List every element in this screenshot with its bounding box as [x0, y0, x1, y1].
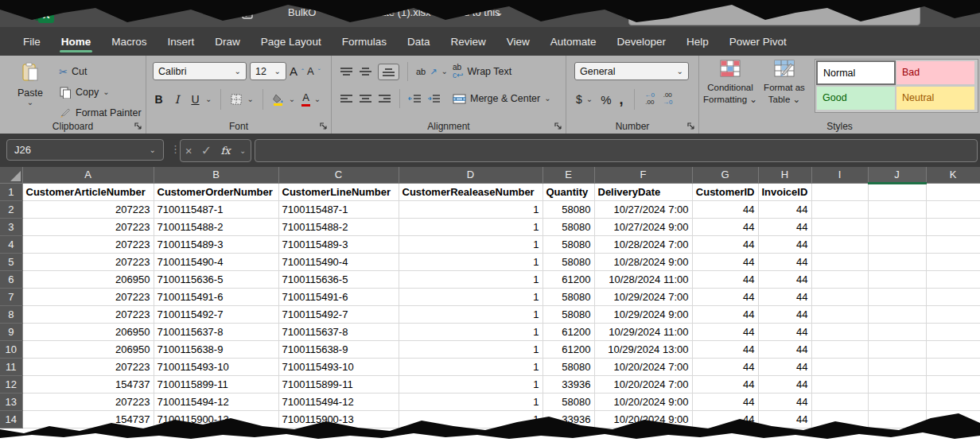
cell-B12[interactable]: 7100115899-11 — [154, 375, 278, 393]
cell-J5[interactable] — [868, 253, 926, 270]
cell-E5[interactable]: 58080 — [542, 253, 594, 270]
column-header-J[interactable]: J — [868, 167, 926, 183]
cell-E8[interactable]: 58080 — [542, 305, 594, 323]
cell-D8[interactable]: 1 — [399, 305, 542, 323]
cell-K4[interactable] — [926, 235, 980, 253]
borders-button[interactable]: ⌄ — [230, 93, 253, 106]
cell-J3[interactable] — [868, 218, 926, 235]
cell-I2[interactable] — [811, 200, 868, 218]
row-header-10[interactable]: 10 — [0, 340, 22, 358]
cell-B10[interactable]: 7100115638-9 — [154, 340, 278, 358]
cell-I1[interactable] — [811, 183, 868, 200]
cell-G5[interactable]: 44 — [692, 253, 758, 270]
column-header-A[interactable]: A — [22, 167, 154, 183]
cell-F5[interactable]: 10/28/2024 9:00 — [594, 253, 692, 270]
cell-A1[interactable]: CustomerArticleNumber — [22, 183, 154, 200]
paste-button[interactable]: Paste ⌄ — [10, 62, 51, 107]
cell-I14[interactable] — [811, 410, 868, 428]
cell-F7[interactable]: 10/29/2024 7:00 — [594, 288, 692, 305]
shrink-font-button[interactable]: Aˇ — [307, 65, 321, 77]
cell-H9[interactable]: 44 — [758, 323, 811, 340]
cell-K7[interactable] — [926, 288, 980, 305]
cell-C14[interactable]: 7100115900-13 — [278, 410, 399, 428]
cell-I7[interactable] — [811, 288, 868, 305]
row-header-5[interactable]: 5 — [0, 253, 22, 270]
search-input[interactable] — [628, 4, 920, 25]
row-header-2[interactable]: 2 — [0, 200, 22, 218]
cell-I9[interactable] — [811, 323, 868, 340]
alignment-dialog-launcher-icon[interactable] — [554, 122, 562, 130]
cell-A7[interactable]: 207223 — [22, 288, 154, 305]
increase-indent-button[interactable] — [427, 94, 441, 104]
wrap-text-button[interactable]: abc↩ Wrap Text — [453, 62, 572, 81]
merge-center-button[interactable]: Merge & Center ⌄ — [453, 89, 572, 108]
tab-file[interactable]: File — [13, 27, 51, 56]
row-header-1[interactable]: 1 — [0, 183, 22, 200]
draw-pencil-icon[interactable] — [240, 6, 255, 21]
cell-F10[interactable]: 10/29/2024 13:00 — [594, 340, 692, 358]
format-as-table-button[interactable]: Format asTable ⌄ — [756, 60, 812, 105]
cell-C8[interactable]: 7100115492-7 — [278, 305, 399, 323]
format-painter-button[interactable]: Format Painter — [59, 105, 142, 121]
column-header-H[interactable]: H — [758, 167, 811, 183]
cell-K9[interactable] — [926, 323, 980, 340]
column-header-I[interactable]: I — [811, 167, 868, 183]
cell-K2[interactable] — [926, 200, 980, 218]
cell-F1[interactable]: DeliveryDate — [594, 183, 692, 200]
title-chevron-down-icon[interactable]: ⌄ — [495, 6, 504, 18]
cell-K10[interactable] — [926, 340, 980, 358]
cell-I4[interactable] — [811, 235, 868, 253]
cell-F2[interactable]: 10/27/2024 7:00 — [594, 200, 692, 218]
column-header-F[interactable]: F — [594, 167, 692, 183]
copy-button[interactable]: Copy ⌄ — [59, 84, 110, 100]
cell-D13[interactable]: 1 — [399, 393, 542, 410]
align-left-button[interactable] — [340, 94, 353, 104]
cell-E6[interactable]: 61200 — [542, 270, 594, 288]
cell-E9[interactable]: 61200 — [542, 323, 594, 340]
row-header-7[interactable]: 7 — [0, 288, 22, 305]
row-header-14[interactable]: 14 — [0, 410, 22, 428]
cell-C9[interactable]: 7100115637-8 — [278, 323, 399, 340]
cell-E11[interactable]: 58080 — [542, 358, 594, 375]
cell-style-neutral[interactable]: Neutral — [896, 87, 974, 110]
column-header-C[interactable]: C — [278, 167, 399, 183]
excel-logo-icon[interactable]: X — [38, 7, 54, 23]
row-header-4[interactable]: 4 — [0, 235, 22, 253]
cell-K8[interactable] — [926, 305, 980, 323]
cell-D6[interactable]: 1 — [399, 270, 542, 288]
cell-H13[interactable]: 44 — [758, 393, 811, 410]
cell-K11[interactable] — [926, 358, 980, 375]
cell-D14[interactable]: 1 — [399, 410, 542, 428]
cell-H3[interactable]: 44 — [758, 218, 811, 235]
cell-B6[interactable]: 7100115636-5 — [154, 270, 278, 288]
cell-B13[interactable]: 7100115494-12 — [154, 393, 278, 410]
cell-A11[interactable]: 207223 — [22, 358, 154, 375]
cell-A13[interactable]: 207223 — [22, 393, 154, 410]
cell-A5[interactable]: 207223 — [22, 253, 154, 270]
cell-H1[interactable]: InvoiceID — [758, 183, 811, 200]
cell-J6[interactable] — [868, 270, 926, 288]
number-dialog-launcher-icon[interactable] — [686, 122, 695, 130]
cell-C5[interactable]: 7100115490-4 — [278, 253, 399, 270]
column-header-G[interactable]: G — [692, 167, 758, 183]
cell-C10[interactable]: 7100115638-9 — [278, 340, 399, 358]
cell-J4[interactable] — [868, 235, 926, 253]
cell-B11[interactable]: 7100115493-10 — [154, 358, 278, 375]
cell-F14[interactable]: 10/20/2024 9:00 — [594, 410, 692, 428]
cell-C3[interactable]: 7100115488-2 — [278, 218, 399, 235]
underline-button[interactable]: U⌄ — [189, 93, 212, 106]
row-header-11[interactable]: 11 — [0, 358, 22, 375]
italic-button[interactable]: I — [171, 93, 183, 106]
enter-button[interactable]: ✓ — [201, 143, 212, 158]
cell-C4[interactable]: 7100115489-3 — [278, 235, 399, 253]
decrease-indent-button[interactable] — [408, 94, 422, 104]
cell-A14[interactable]: 154737 — [22, 410, 154, 428]
cell-D1[interactable]: CustomerRealeaseNumber — [399, 183, 542, 200]
formula-bar-drag-handle[interactable]: ⋮ — [170, 143, 180, 155]
cell-H14[interactable]: 44 — [758, 410, 811, 428]
increase-decimal-button[interactable]: ←0.00 — [645, 92, 655, 107]
cell-G3[interactable]: 44 — [692, 218, 758, 235]
currency-format-button[interactable]: $⌄ — [576, 93, 593, 106]
cell-F4[interactable]: 10/28/2024 7:00 — [594, 235, 692, 253]
cell-A6[interactable]: 206950 — [22, 270, 154, 288]
